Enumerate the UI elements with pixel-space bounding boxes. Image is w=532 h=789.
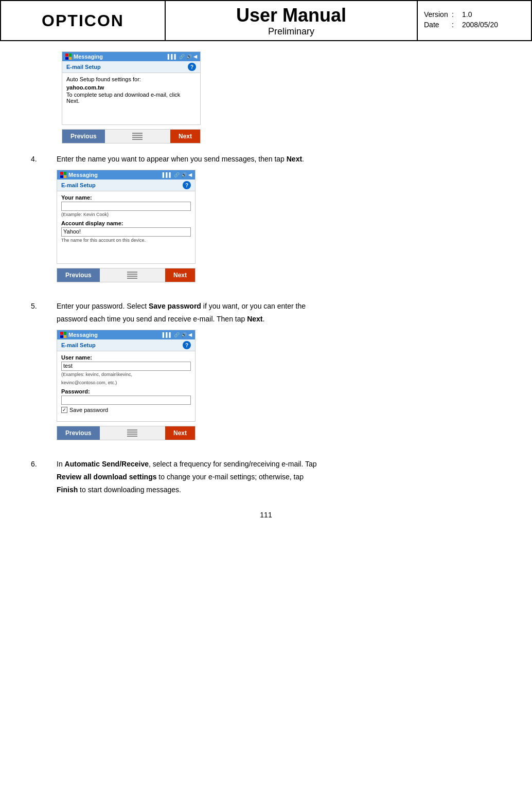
mockup5-save-password-checkbox[interactable]: ✓ [61,407,67,413]
sound-icon5: 🔊 [181,332,187,337]
prev-button-step5[interactable]: Previous [57,426,100,440]
step6-text2: Review all download settings to change y… [57,472,501,482]
svg-rect-1 [132,135,143,136]
mockup4-your-name-input[interactable] [61,202,191,211]
title-main: User Manual [236,5,346,26]
date-colon: : [452,21,460,29]
mockup5-header-title: E-mail Setup [61,342,96,348]
step6-container: 6. In Automatic Send/Receive, select a f… [31,459,501,500]
step5-container: 5. Enter your password. Select Save pass… [31,301,501,449]
mockup4-header: E-mail Setup ? [57,180,195,191]
date-label: Date [424,21,450,29]
mockup5-app-name: Messaging [68,332,98,338]
title-sub: Preliminary [268,26,314,37]
wifi-icon: 🔗 [179,54,185,59]
mockup5-header: E-mail Setup ? [57,339,195,351]
mockup4-titlebar-icons: ▌▌▌ 🔗 🔊 ◀ [163,172,192,177]
wifi-icon4: 🔗 [174,172,180,177]
mockup5-password-label: Password: [61,388,191,394]
step6-content: In Automatic Send/Receive, select a freq… [57,459,501,500]
nav-middle-step5 [100,429,165,437]
sound-icon4: 🔊 [181,172,187,177]
mockup4-help-icon: ? [183,181,191,189]
page-number: 111 [31,511,501,519]
back-icon5: ◀ [188,332,192,337]
step6-number: 6. [31,459,57,468]
mockup-step4: Messaging ▌▌▌ 🔗 🔊 ◀ E-mail Setup ? Your … [57,170,196,264]
mockup5-username-hint1: (Examples: kevinc, domain\kevinc, [61,372,191,377]
mockup5-username-input[interactable]: test [61,362,191,371]
svg-rect-10 [127,434,137,435]
svg-rect-8 [127,429,137,431]
version-info: Version : 1.0 Date : 2008/05/20 [418,1,531,40]
step5-text: Enter your password. Select Save passwor… [57,301,501,312]
mockup1-titlebar-icons: ▌▌▌ 🔗 🔊 ◀ [168,54,197,59]
mockup1-titlebar: Messaging ▌▌▌ 🔗 🔊 ◀ [62,52,200,61]
step4-container: 4. Enter the name you want to appear whe… [31,154,501,291]
company-logo: OPTICON [1,1,166,40]
step4-number: 4. [31,154,57,163]
document-title: User Manual Preliminary [166,1,418,40]
mockup1-help-icon: ? [188,63,196,71]
mockup1-domain: yahoo.com.tw [66,84,196,91]
signal-icon4: ▌▌▌ [163,172,172,177]
mockup5-titlebar: Messaging ▌▌▌ 🔗 🔊 ◀ [57,330,195,339]
mockup4-your-name-label: Your name: [61,194,191,201]
next-button-step4[interactable]: Next [165,268,195,282]
step5-number: 5. [31,301,57,310]
mockup1-text2: To complete setup and download e-mail, c… [66,92,196,104]
back-icon4: ◀ [188,172,192,177]
step5-text2: password each time you send and receive … [57,314,501,325]
svg-rect-11 [127,436,137,437]
mockup4-body: Your name: (Example: Kevin Cook) Account… [57,191,195,263]
mockup5-body: User name: test (Examples: kevinc, domai… [57,351,195,421]
step6-text1: In Automatic Send/Receive, select a freq… [57,459,501,470]
main-content: Messaging ▌▌▌ 🔗 🔊 ◀ E-mail Setup ? Auto … [0,41,532,529]
mockup4-account-input[interactable]: Yahoo! [61,227,191,237]
page-header: OPTICON User Manual Preliminary Version … [0,0,532,41]
version-colon: : [452,10,460,19]
mockup-step5: Messaging ▌▌▌ 🔗 🔊 ◀ E-mail Setup ? User … [57,330,196,422]
step5-content: Enter your password. Select Save passwor… [57,301,501,449]
nav-middle-section1 [105,133,170,140]
mockup1-header-title: E-mail Setup [66,64,101,70]
mockup5-password-input[interactable] [61,396,191,405]
mockup5-save-password-label: Save password [69,407,108,413]
mockup5-save-password-row: ✓ Save password [61,407,191,413]
nav-bar-step4[interactable]: Previous Next [57,268,196,282]
signal-icon5: ▌▌▌ [163,332,172,337]
mockup1-app-name: Messaging [74,53,103,60]
mockup4-titlebar: Messaging ▌▌▌ 🔗 🔊 ◀ [57,170,195,180]
mockup1-text1: Auto Setup found settings for: [66,76,196,82]
nav-bar-step5[interactable]: Previous Next [57,426,196,440]
mockup4-account-hint: The name for this account on this device… [61,238,191,243]
step4-content: Enter the name you want to appear when y… [57,154,501,291]
prev-button-section1[interactable]: Previous [62,130,105,143]
version-value: 1.0 [462,10,472,19]
prev-button-step4[interactable]: Previous [57,268,100,282]
mockup5-help-icon: ? [183,341,191,349]
svg-rect-9 [127,432,137,433]
mockup5-titlebar-icons: ▌▌▌ 🔗 🔊 ◀ [163,332,192,337]
mockup5-username-label: User name: [61,354,191,361]
svg-rect-4 [127,272,137,273]
mockup4-app-name: Messaging [68,172,98,178]
mockup4-account-label: Account display name: [61,220,191,226]
back-icon: ◀ [193,54,197,59]
next-button-step5[interactable]: Next [165,426,195,440]
mockup4-your-name-hint: (Example: Kevin Cook) [61,212,191,217]
svg-rect-3 [132,139,143,140]
date-value: 2008/05/20 [462,21,498,29]
step6-text3: Finish to start downloading messages. [57,485,501,495]
section1: Messaging ▌▌▌ 🔗 🔊 ◀ E-mail Setup ? Auto … [31,51,501,144]
mockup4-header-title: E-mail Setup [61,182,96,188]
nav-middle-step4 [100,272,165,279]
mockup5-username-hint2: kevinc@contoso.com, etc.) [61,380,191,385]
svg-rect-0 [132,133,143,134]
svg-rect-2 [132,137,143,138]
sound-icon: 🔊 [186,54,192,59]
mockup-section1: Messaging ▌▌▌ 🔗 🔊 ◀ E-mail Setup ? Auto … [62,51,201,125]
svg-rect-7 [127,278,137,279]
next-button-section1[interactable]: Next [170,130,200,143]
nav-bar-section1[interactable]: Previous Next [62,129,201,144]
